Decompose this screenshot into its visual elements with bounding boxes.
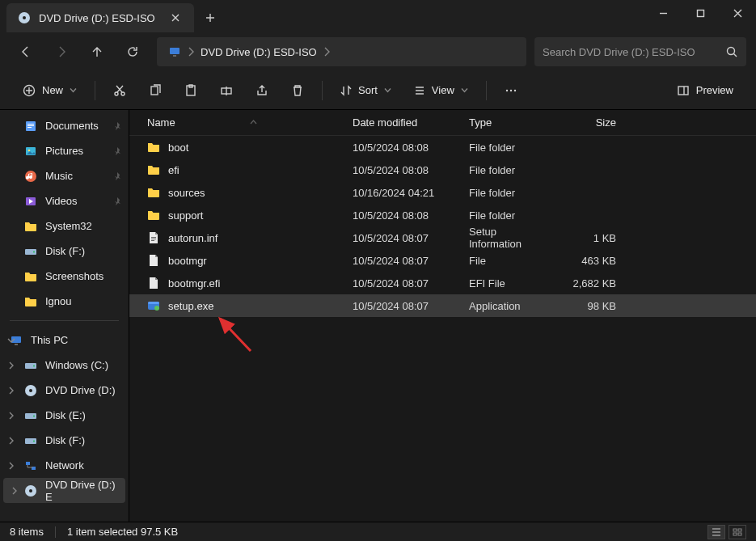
column-headers: Name Date modified Type Size	[129, 110, 756, 136]
svg-rect-39	[738, 533, 741, 535]
breadcrumb[interactable]: DVD Drive (D:) ESD-ISO	[157, 37, 526, 66]
rename-button[interactable]	[210, 76, 243, 105]
chevron-right-icon[interactable]	[323, 47, 330, 57]
breadcrumb-root[interactable]	[162, 37, 188, 66]
maximize-button[interactable]	[682, 0, 719, 26]
sidebar-item-label: System32	[45, 220, 92, 232]
minimize-button[interactable]	[644, 0, 682, 26]
drive-icon	[24, 409, 37, 422]
back-button[interactable]	[10, 37, 42, 66]
sidebar-item-music[interactable]: Music	[0, 163, 129, 188]
file-row[interactable]: bootmgr 10/5/2024 08:07 File 463 KB	[129, 249, 756, 272]
sidebar-item-diskf[interactable]: Disk (F:)	[0, 239, 129, 264]
chevron-right-icon	[6, 411, 16, 421]
tab-title: DVD Drive (D:) ESD-ISO	[39, 12, 155, 24]
file-size: 1 KB	[558, 232, 623, 244]
up-button[interactable]	[81, 37, 113, 66]
sort-asc-icon	[250, 119, 257, 126]
sidebar-item-label: Screenshots	[45, 270, 103, 282]
refresh-button[interactable]	[116, 37, 149, 66]
sidebar-selected-drive[interactable]: DVD Drive (D:) E	[3, 478, 125, 503]
file-row[interactable]: autorun.inf 10/5/2024 08:07 Setup Inform…	[129, 226, 756, 249]
search-icon	[725, 45, 738, 58]
pin-icon	[112, 197, 122, 206]
chevron-down-icon	[461, 87, 468, 94]
details-view-button[interactable]	[707, 525, 725, 539]
status-count: 8 items	[10, 526, 44, 538]
chevron-right-icon	[6, 461, 16, 471]
svg-rect-36	[733, 529, 737, 531]
cut-button[interactable]	[103, 76, 136, 105]
column-date[interactable]: Date modified	[346, 110, 462, 135]
delete-button[interactable]	[281, 76, 314, 105]
file-name: boot	[168, 142, 188, 154]
sidebar-item-documents[interactable]: Documents	[0, 113, 129, 138]
music-icon	[24, 170, 37, 183]
chevron-down-icon	[384, 87, 391, 94]
sidebar-drive-diske[interactable]: Disk (E:)	[0, 403, 129, 428]
file-row[interactable]: setup.exe 10/5/2024 08:07 Application 98…	[129, 294, 756, 317]
sidebar-drive-windowsc[interactable]: Windows (C:)	[0, 353, 129, 378]
sidebar-item-label: Documents	[45, 120, 99, 132]
sidebar-item-label: Videos	[45, 195, 78, 207]
share-button[interactable]	[246, 76, 278, 105]
file-row[interactable]: sources 10/16/2024 04:21 File folder	[129, 181, 756, 204]
file-name: support	[168, 209, 203, 222]
active-tab[interactable]: DVD Drive (D:) ESD-ISO	[6, 3, 194, 32]
pc-icon	[168, 45, 181, 58]
sidebar-item-system32[interactable]: System32	[0, 213, 129, 239]
disc-icon	[24, 384, 37, 397]
new-button[interactable]: New	[13, 76, 87, 105]
search-input[interactable]: Search DVD Drive (D:) ESD-ISO	[534, 37, 746, 66]
new-tab-button[interactable]	[194, 3, 226, 32]
app-icon	[147, 299, 160, 312]
pic-icon	[24, 145, 37, 158]
sidebar-item-label: Disk (F:)	[45, 245, 85, 257]
pin-icon	[112, 121, 122, 131]
file-row[interactable]: boot 10/5/2024 08:08 File folder	[129, 136, 756, 158]
sidebar-drive-dvddrived[interactable]: DVD Drive (D:)	[0, 378, 129, 403]
close-tab-button[interactable]	[168, 11, 183, 25]
status-bar: 8 items 1 item selected 97.5 KB	[0, 522, 756, 541]
sidebar-item-videos[interactable]: Videos	[0, 188, 129, 213]
paste-button[interactable]	[175, 76, 207, 105]
file-size: 98 KB	[558, 300, 623, 312]
icons-view-button[interactable]	[729, 525, 746, 539]
drive-icon	[24, 245, 37, 258]
file-name: sources	[168, 187, 205, 199]
sort-button[interactable]: Sort	[331, 76, 401, 105]
sidebar-network[interactable]: Network	[0, 453, 129, 478]
close-window-button[interactable]	[719, 0, 756, 26]
sidebar-item-screenshots[interactable]: Screenshots	[0, 264, 129, 289]
file-row[interactable]: support 10/5/2024 08:08 File folder	[129, 204, 756, 226]
file-row[interactable]: bootmgr.efi 10/5/2024 08:07 EFI File 2,6…	[129, 272, 756, 294]
more-button[interactable]	[495, 76, 527, 105]
column-size[interactable]: Size	[558, 110, 623, 135]
file-list[interactable]: Name Date modified Type Size boot 10/5/2…	[129, 110, 756, 522]
sidebar-item-label: Ignou	[45, 295, 72, 307]
forward-button[interactable]	[45, 37, 78, 66]
list-icon	[414, 85, 425, 96]
column-type[interactable]: Type	[462, 110, 558, 135]
copy-button[interactable]	[139, 76, 171, 105]
sidebar-item-ignou[interactable]: Ignou	[0, 289, 129, 314]
sidebar[interactable]: Documents Pictures Music Videos System32…	[0, 110, 129, 522]
doc-icon	[24, 120, 37, 133]
sort-icon	[340, 85, 352, 96]
file-name: bootmgr.efi	[168, 277, 220, 290]
file-size: 463 KB	[558, 255, 623, 267]
titlebar: DVD Drive (D:) ESD-ISO	[0, 0, 756, 32]
view-button[interactable]: View	[404, 76, 478, 105]
folder-icon	[147, 186, 160, 199]
file-name: bootmgr	[168, 255, 207, 267]
address-bar: DVD Drive (D:) ESD-ISO Search DVD Drive …	[0, 32, 756, 71]
column-name[interactable]: Name	[141, 110, 346, 135]
file-date: 10/5/2024 08:07	[346, 300, 462, 312]
svg-rect-37	[738, 529, 741, 531]
sidebar-drive-diskf[interactable]: Disk (F:)	[0, 428, 129, 453]
file-row[interactable]: efi 10/5/2024 08:08 File folder	[129, 158, 756, 181]
sidebar-item-pictures[interactable]: Pictures	[0, 138, 129, 163]
breadcrumb-location[interactable]: DVD Drive (D:) ESD-ISO	[194, 37, 323, 66]
sidebar-thispc[interactable]: This PC	[0, 328, 129, 353]
preview-button[interactable]: Preview	[667, 76, 743, 105]
